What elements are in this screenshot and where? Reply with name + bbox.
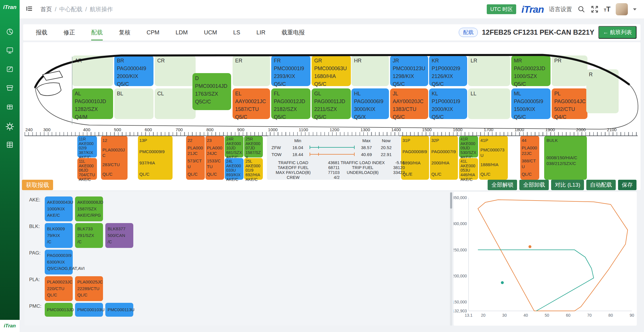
deck-position-HR[interactable]: HR: [351, 55, 389, 86]
breadcrumb-home[interactable]: 首页: [40, 5, 52, 13]
uld-line: AKE/C: [246, 177, 261, 182]
search-icon[interactable]: [577, 5, 585, 13]
uld-chip-PLA00023JC[interactable]: PLA00023JC220/CTUQL/C: [45, 276, 73, 301]
fullscreen-icon[interactable]: [591, 5, 599, 13]
deck-position-KL[interactable]: KLP1P00001I92000/KIXQ5/C: [429, 88, 467, 119]
tab-LIR[interactable]: LIR: [248, 24, 274, 40]
tab-报载[interactable]: 报载: [28, 24, 55, 40]
weight-stats-panel: Min Max Now ZFW16.0438.5720.52TOW18.4440…: [267, 136, 400, 180]
hold-position-22[interactable]: 22PLA00021JC573/CTUQL/C: [186, 136, 205, 180]
uld-line: AKE/C/RPG: [77, 212, 101, 219]
hold-position-11L[interactable]: 11LAKE00006JD704/CTUAKE/C: [77, 158, 97, 180]
hold-position-32P[interactable]: 32PPAG00007I92000/HIAQL/C: [430, 136, 458, 180]
tab-配载[interactable]: 配载: [83, 24, 111, 40]
auto-load-button[interactable]: 自动配载: [586, 180, 616, 190]
tab-载重电报[interactable]: 载重电报: [274, 24, 313, 40]
hold-position-31P[interactable]: 31PPAG00008I91890/HIAQL/E: [401, 136, 429, 180]
uld-chip-PMC000113U[interactable]: PMC000113U: [105, 303, 133, 317]
uld-chip-BLK733[interactable]: BLK733291/SZX/C: [75, 223, 103, 248]
tab-UCM[interactable]: UCM: [196, 24, 225, 40]
dashboard-icon[interactable]: [6, 28, 14, 36]
deck-position-AR[interactable]: AR: [72, 55, 113, 86]
tab-复核[interactable]: 复核: [111, 24, 138, 40]
save-button[interactable]: 保存: [618, 180, 636, 190]
hold-position-12[interactable]: 12PLA00020JC283/CTUQL/C: [101, 136, 128, 180]
utc-timezone-badge[interactable]: UTC 时区: [487, 4, 516, 14]
deck-position-FR[interactable]: FRPMC00001I92393/KIXQ5/C: [271, 55, 310, 86]
hold-position-23[interactable]: 23PLA00024JC1533/CTUQL/C: [205, 136, 224, 180]
deck-position-GR[interactable]: GRPMC000063U1680/HIAQ5/C: [312, 55, 351, 86]
scrollbar-thumb[interactable]: [450, 192, 452, 209]
deck-position-LR[interactable]: LR: [468, 55, 510, 86]
uld-chip-BLK0009[interactable]: BLK000979/KIX/C: [45, 223, 73, 248]
package-icon[interactable]: [6, 103, 14, 111]
menu-collapse-icon[interactable]: [26, 5, 33, 13]
chevron-down-icon[interactable]: [633, 8, 636, 10]
deck-position-JR[interactable]: JRPMC000123U1298/KIXQ5/C: [390, 55, 428, 86]
archive-icon[interactable]: [6, 84, 14, 92]
uld-chip-AKE000043U[interactable]: AKE000043U1000/KIXAKE/C: [45, 196, 73, 221]
deck-position-EL[interactable]: ELAAY00021JC1587/CTUQ5/C: [233, 88, 270, 119]
ruler-number: 2100: [607, 127, 617, 132]
deck-position-ML[interactable]: MLPAG00005I91500/KIXQ5/C: [511, 88, 551, 119]
hold-position-41R[interactable]: 41RAKE00009JD530/SZXAKE/C: [459, 136, 478, 157]
hold-position-25L[interactable]: 25LAKE00001I9692/HIAAKE/C: [244, 158, 263, 180]
uld-chip-AKE00008JD[interactable]: AKE00008JD1587/SZXAKE/C/RPG: [75, 196, 103, 221]
hold-position-41L[interactable]: 41LAKE000053U446/HIAAKE/C: [459, 158, 478, 180]
deck-position-BL[interactable]: BL: [114, 88, 153, 119]
position-label: HR: [354, 57, 386, 65]
deck-position-FL[interactable]: FLPAG00012JD2182/SZXQ5/C: [271, 88, 310, 119]
fetch-load-button[interactable]: 获取报载: [22, 180, 53, 190]
hold-position-25R[interactable]: 25RAKE00007JD1587/SZXAKE/C: [244, 136, 263, 157]
uld-chip-PMC000103U[interactable]: PMC000103U: [75, 303, 103, 317]
deck-position-LL[interactable]: LL: [468, 88, 510, 119]
hold-position-11R[interactable]: 11RAKE00002I9387/KIXAKE/C: [77, 136, 97, 157]
unload-all-button[interactable]: 全部卸载: [519, 180, 549, 190]
unlock-all-button[interactable]: 全部解锁: [488, 180, 517, 190]
deck-position-KR[interactable]: KRP1P00002I92126/KIXQ5/C: [429, 55, 467, 86]
deck-position-PL[interactable]: PLPAG00014JC502/CTUQ4/C: [552, 88, 587, 119]
uld-chip-PLA00025JC[interactable]: PLA00025JC22289/CTUQL/C: [75, 276, 103, 301]
tab-CPM[interactable]: CPM: [138, 24, 167, 40]
hold-position-24R[interactable]: 24RAKE00010JD681/SZXAKE/C: [225, 136, 244, 157]
tab-修正[interactable]: 修正: [55, 24, 83, 40]
hold-position-44[interactable]: 44PLA00022JC388/CTUQL/C: [520, 136, 539, 180]
tab-LDM[interactable]: LDM: [167, 24, 196, 40]
font-size-icon[interactable]: TT: [604, 5, 611, 13]
deck-position-CR[interactable]: CR: [155, 55, 196, 86]
deck-position-D[interactable]: DPMC00014JD1763/SZXQ5C/C: [192, 73, 231, 110]
compare-button[interactable]: 对比 (L13): [551, 180, 584, 190]
deck-position-JL[interactable]: JLAAY00020JC1383/CTUQ5/C: [390, 88, 428, 119]
grid-icon[interactable]: [6, 141, 14, 149]
uld-chip-BLK8377[interactable]: BLK8377500/CAN/C: [105, 223, 133, 248]
zfw-range-slider[interactable]: [309, 145, 355, 150]
mode-badge[interactable]: 配载: [459, 28, 478, 37]
deck-position-AL[interactable]: ALPAG00010JD1282/SZXQ4/M: [72, 88, 113, 119]
edit-icon[interactable]: [6, 65, 14, 73]
hold-position-BULK[interactable]: BULK0008/150/HIA/C038/212/SZX/C: [544, 136, 587, 180]
language-setting[interactable]: 语言设置: [549, 5, 572, 13]
position-label: CL: [157, 90, 193, 98]
deck-position-HL[interactable]: HLPAG00006I93000/KIXQ5/X: [351, 88, 389, 119]
monitor-icon[interactable]: [6, 47, 14, 54]
deck-position-ER[interactable]: ER: [233, 55, 270, 86]
deck-position-BR[interactable]: BRPAG00004I92000/KIXQ5/C: [114, 55, 153, 86]
hold-position-24L[interactable]: 24LAKE000033U893/KIXAKE/C: [225, 158, 244, 180]
breadcrumb-center-load[interactable]: 中心配载: [59, 5, 83, 13]
avatar[interactable]: [616, 3, 628, 15]
deck-position-PR[interactable]: PR: [552, 55, 587, 86]
uld-line: PAG00014JC: [554, 98, 585, 105]
hold-position-41P[interactable]: 41PPMC000073U1888/HIAQL/C: [479, 136, 508, 180]
deck-position-GL[interactable]: GLPAG00011JD2211/SZXQ5/C: [312, 88, 351, 119]
back-to-flight-list-button[interactable]: ← 航班列表: [598, 26, 636, 39]
uld-chip-PAG00003I9[interactable]: PAG00003I96300/KIXQ5/C/AOG,EAT,AVI: [45, 250, 73, 274]
hold-position-13P[interactable]: 13PPMC00009I9937/HIAQL/C: [138, 136, 173, 180]
tow-range-slider[interactable]: [309, 152, 355, 157]
panel-scrollbar[interactable]: [450, 192, 452, 326]
uld-chip-PMC00013JD[interactable]: PMC00013JD: [45, 303, 73, 317]
deck-position-MR[interactable]: MRPAG00023JD1000/SZXQ5/C: [511, 55, 551, 86]
tab-LS[interactable]: LS: [225, 24, 248, 40]
uld-line: 2000/KIX: [432, 105, 465, 113]
deck-position-CL[interactable]: CL: [155, 88, 196, 119]
deck-position-R[interactable]: R: [586, 69, 619, 113]
